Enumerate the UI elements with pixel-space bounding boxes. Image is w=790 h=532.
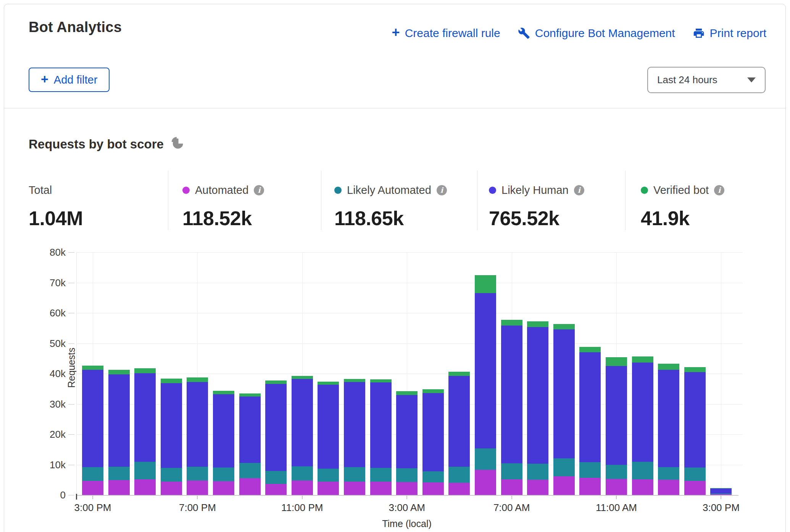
chart-bar-segment[interactable] xyxy=(448,376,470,467)
chart-bar-segment[interactable] xyxy=(527,327,548,464)
chart-bar-segment[interactable] xyxy=(396,391,418,395)
chart-bar-segment[interactable] xyxy=(82,481,103,495)
chart-bar-segment[interactable] xyxy=(501,326,522,464)
chart-bar-segment[interactable] xyxy=(422,389,444,393)
chart-bar-segment[interactable] xyxy=(579,478,601,495)
chart-bar-segment[interactable] xyxy=(108,467,130,480)
chart-bar-segment[interactable] xyxy=(318,482,339,495)
chart-bar-segment[interactable] xyxy=(632,363,653,461)
chart-bar-segment[interactable] xyxy=(134,479,156,495)
chart-bar-segment[interactable] xyxy=(239,478,261,495)
chart-bar-segment[interactable] xyxy=(527,480,548,495)
chart-bar-segment[interactable] xyxy=(658,364,679,370)
chart-bar-segment[interactable] xyxy=(292,379,313,466)
chart-bar-segment[interactable] xyxy=(108,374,130,467)
chart-bar-segment[interactable] xyxy=(396,395,418,468)
chart-bar-segment[interactable] xyxy=(344,382,365,467)
chart-bar-segment[interactable] xyxy=(318,469,339,482)
chart-bar-segment[interactable] xyxy=(239,397,261,463)
chart-bar-segment[interactable] xyxy=(370,468,392,482)
chart-bar-segment[interactable] xyxy=(370,379,392,382)
chart-bar-segment[interactable] xyxy=(475,448,496,470)
chart-bar-segment[interactable] xyxy=(213,391,234,394)
chart-bar-segment[interactable] xyxy=(161,468,182,482)
chart-bar-segment[interactable] xyxy=(265,484,287,495)
chart-bar-segment[interactable] xyxy=(684,468,706,481)
chart-bar-segment[interactable] xyxy=(396,482,418,495)
chart-bar-segment[interactable] xyxy=(239,393,261,397)
info-icon[interactable]: i xyxy=(574,185,584,195)
chart-bar-segment[interactable] xyxy=(579,462,601,478)
info-icon[interactable]: i xyxy=(437,185,447,195)
chart-bar-segment[interactable] xyxy=(187,480,208,495)
create-firewall-rule-link[interactable]: + Create firewall rule xyxy=(392,27,500,40)
chart-bar-segment[interactable] xyxy=(475,293,496,448)
chart-bar-segment[interactable] xyxy=(82,370,103,467)
chart-bar-segment[interactable] xyxy=(553,329,575,458)
chart-bar-segment[interactable] xyxy=(292,466,313,480)
chart-bar-segment[interactable] xyxy=(684,372,706,468)
chart-bar-segment[interactable] xyxy=(579,347,601,352)
chart-bar-segment[interactable] xyxy=(553,476,575,495)
chart-bar-segment[interactable] xyxy=(82,366,103,369)
chart-bar-segment[interactable] xyxy=(501,463,522,479)
chart-bar-segment[interactable] xyxy=(501,320,522,325)
chart-bar-segment[interactable] xyxy=(213,394,234,468)
chart-bar-segment[interactable] xyxy=(265,471,287,484)
chart-bar-segment[interactable] xyxy=(422,482,444,495)
chart-bar-segment[interactable] xyxy=(134,368,156,373)
chart-bar-segment[interactable] xyxy=(527,321,548,327)
chart-bar-segment[interactable] xyxy=(292,480,313,495)
chart-bar-segment[interactable] xyxy=(161,482,182,495)
chart-bar-segment[interactable] xyxy=(422,393,444,471)
chart-bar-segment[interactable] xyxy=(684,367,706,372)
chart-bar-segment[interactable] xyxy=(318,382,339,385)
configure-bot-management-link[interactable]: Configure Bot Management xyxy=(518,27,675,40)
chart-bar-segment[interactable] xyxy=(422,471,444,482)
chart-bar-segment[interactable] xyxy=(710,488,732,488)
print-report-link[interactable]: Print report xyxy=(693,27,766,40)
chart-bar-segment[interactable] xyxy=(658,480,679,495)
chart-bar-segment[interactable] xyxy=(134,373,156,461)
chart-bar-segment[interactable] xyxy=(658,370,679,467)
chart-bar-segment[interactable] xyxy=(632,356,653,363)
chart-bar-segment[interactable] xyxy=(318,385,339,468)
chart-bar-segment[interactable] xyxy=(396,468,418,482)
chart-bar-segment[interactable] xyxy=(632,479,653,495)
chart-bar-segment[interactable] xyxy=(161,379,182,383)
chart-bar-segment[interactable] xyxy=(265,380,287,384)
chart-bar-segment[interactable] xyxy=(501,479,522,495)
chart-bar-segment[interactable] xyxy=(82,467,103,481)
chart-bar-segment[interactable] xyxy=(187,382,208,467)
chart-bar-segment[interactable] xyxy=(658,467,679,480)
info-icon[interactable]: i xyxy=(714,185,724,195)
chart-bar-segment[interactable] xyxy=(187,377,208,382)
chart-bar-segment[interactable] xyxy=(344,482,365,495)
chart-bar-segment[interactable] xyxy=(710,488,732,493)
chart-bar-segment[interactable] xyxy=(161,383,182,468)
chart-bar-segment[interactable] xyxy=(448,467,470,483)
chart-bar-segment[interactable] xyxy=(606,465,627,479)
chart-bar-segment[interactable] xyxy=(265,384,287,471)
chart-bar-segment[interactable] xyxy=(606,479,627,495)
chart-bar-segment[interactable] xyxy=(448,372,470,376)
chart-bar-segment[interactable] xyxy=(684,481,706,495)
info-icon[interactable]: i xyxy=(254,185,264,195)
chart-bar-segment[interactable] xyxy=(553,324,575,329)
chart-bar-segment[interactable] xyxy=(710,493,732,494)
chart-bar-segment[interactable] xyxy=(475,275,496,293)
chart-bar-segment[interactable] xyxy=(370,382,392,468)
chart-bar-segment[interactable] xyxy=(344,467,365,482)
time-range-select[interactable]: Last 24 hours xyxy=(647,67,766,93)
chart-bar-segment[interactable] xyxy=(187,467,208,480)
chart-bar-segment[interactable] xyxy=(579,352,601,462)
chart-bar-segment[interactable] xyxy=(475,470,496,495)
chart-bar-segment[interactable] xyxy=(344,379,365,382)
chart-bar-segment[interactable] xyxy=(632,462,653,479)
chart-bar-segment[interactable] xyxy=(553,458,575,476)
chart-bar-segment[interactable] xyxy=(108,370,130,374)
chart-bar-segment[interactable] xyxy=(213,481,234,495)
chart-bar-segment[interactable] xyxy=(239,463,261,479)
chart-bar-segment[interactable] xyxy=(292,376,313,379)
chart-bar-segment[interactable] xyxy=(527,464,548,480)
